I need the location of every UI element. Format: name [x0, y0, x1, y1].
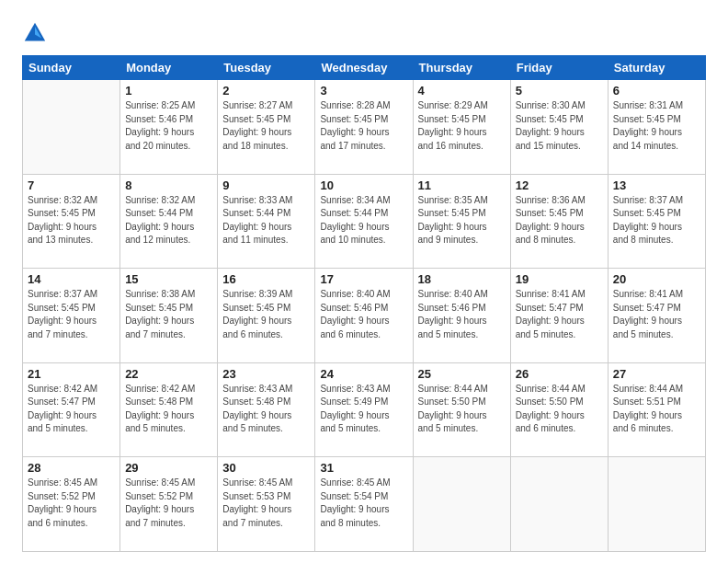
calendar-cell: 4Sunrise: 8:29 AMSunset: 5:45 PMDaylight…: [413, 80, 510, 175]
day-info: Sunrise: 8:27 AMSunset: 5:45 PMDaylight:…: [222, 99, 310, 153]
day-info: Sunrise: 8:44 AMSunset: 5:50 PMDaylight:…: [516, 383, 603, 436]
day-info: Sunrise: 8:32 AMSunset: 5:44 PMDaylight:…: [125, 194, 212, 247]
header: [22, 17, 706, 46]
calendar-cell: 28Sunrise: 8:45 AMSunset: 5:52 PMDayligh…: [23, 457, 120, 552]
weekday-header-sunday: Sunday: [23, 56, 120, 80]
day-number: 18: [418, 272, 506, 286]
day-number: 28: [28, 461, 115, 475]
calendar-cell: 21Sunrise: 8:42 AMSunset: 5:47 PMDayligh…: [23, 362, 120, 457]
calendar-cell: 24Sunrise: 8:43 AMSunset: 5:49 PMDayligh…: [315, 362, 413, 457]
day-number: 23: [222, 367, 310, 381]
day-info: Sunrise: 8:34 AMSunset: 5:44 PMDaylight:…: [320, 194, 407, 247]
calendar-cell: 20Sunrise: 8:41 AMSunset: 5:47 PMDayligh…: [608, 269, 705, 363]
calendar-week-2: 7Sunrise: 8:32 AMSunset: 5:45 PMDaylight…: [23, 174, 706, 269]
weekday-header-friday: Friday: [510, 56, 608, 80]
day-info: Sunrise: 8:41 AMSunset: 5:47 PMDaylight:…: [613, 288, 700, 341]
calendar-cell: 19Sunrise: 8:41 AMSunset: 5:47 PMDayligh…: [510, 269, 608, 363]
calendar-cell: 7Sunrise: 8:32 AMSunset: 5:45 PMDaylight…: [23, 174, 120, 269]
day-info: Sunrise: 8:25 AMSunset: 5:46 PMDaylight:…: [125, 99, 212, 153]
calendar-cell: 17Sunrise: 8:40 AMSunset: 5:46 PMDayligh…: [315, 269, 413, 363]
weekday-header-thursday: Thursday: [413, 56, 510, 80]
calendar-cell: 10Sunrise: 8:34 AMSunset: 5:44 PMDayligh…: [315, 174, 413, 269]
calendar-week-1: 1Sunrise: 8:25 AMSunset: 5:46 PMDaylight…: [23, 80, 706, 175]
calendar-header: SundayMondayTuesdayWednesdayThursdayFrid…: [23, 56, 706, 80]
calendar-cell: 9Sunrise: 8:33 AMSunset: 5:44 PMDaylight…: [218, 174, 315, 269]
calendar-week-4: 21Sunrise: 8:42 AMSunset: 5:47 PMDayligh…: [23, 362, 706, 457]
calendar-cell: 16Sunrise: 8:39 AMSunset: 5:45 PMDayligh…: [218, 269, 315, 363]
calendar-week-5: 28Sunrise: 8:45 AMSunset: 5:52 PMDayligh…: [23, 457, 706, 552]
calendar-cell: 5Sunrise: 8:30 AMSunset: 5:45 PMDaylight…: [510, 80, 608, 175]
weekday-header-wednesday: Wednesday: [315, 56, 413, 80]
day-info: Sunrise: 8:44 AMSunset: 5:50 PMDaylight:…: [418, 383, 506, 436]
day-number: 8: [125, 178, 212, 192]
calendar-cell: 23Sunrise: 8:43 AMSunset: 5:48 PMDayligh…: [218, 362, 315, 457]
day-number: 26: [516, 367, 603, 381]
weekday-row: SundayMondayTuesdayWednesdayThursdayFrid…: [23, 56, 706, 80]
day-info: Sunrise: 8:40 AMSunset: 5:46 PMDaylight:…: [418, 288, 506, 341]
day-info: Sunrise: 8:33 AMSunset: 5:44 PMDaylight:…: [222, 194, 310, 247]
day-info: Sunrise: 8:42 AMSunset: 5:48 PMDaylight:…: [125, 383, 212, 436]
day-info: Sunrise: 8:30 AMSunset: 5:45 PMDaylight:…: [516, 99, 603, 153]
calendar-cell: 30Sunrise: 8:45 AMSunset: 5:53 PMDayligh…: [218, 457, 315, 552]
day-number: 30: [222, 461, 310, 475]
day-info: Sunrise: 8:35 AMSunset: 5:45 PMDaylight:…: [418, 194, 506, 247]
day-info: Sunrise: 8:32 AMSunset: 5:45 PMDaylight:…: [28, 194, 115, 247]
day-number: 25: [418, 367, 506, 381]
day-info: Sunrise: 8:39 AMSunset: 5:45 PMDaylight:…: [222, 288, 310, 341]
calendar-cell: 13Sunrise: 8:37 AMSunset: 5:45 PMDayligh…: [608, 174, 705, 269]
day-info: Sunrise: 8:37 AMSunset: 5:45 PMDaylight:…: [28, 288, 115, 341]
day-number: 6: [613, 84, 700, 98]
weekday-header-saturday: Saturday: [608, 56, 705, 80]
day-info: Sunrise: 8:41 AMSunset: 5:47 PMDaylight:…: [516, 288, 603, 341]
calendar-body: 1Sunrise: 8:25 AMSunset: 5:46 PMDaylight…: [23, 80, 706, 552]
calendar-cell: 29Sunrise: 8:45 AMSunset: 5:52 PMDayligh…: [120, 457, 218, 552]
day-info: Sunrise: 8:44 AMSunset: 5:51 PMDaylight:…: [613, 383, 700, 436]
day-number: 17: [320, 272, 407, 286]
calendar-week-3: 14Sunrise: 8:37 AMSunset: 5:45 PMDayligh…: [23, 269, 706, 363]
calendar-cell: 18Sunrise: 8:40 AMSunset: 5:46 PMDayligh…: [413, 269, 510, 363]
day-number: 19: [516, 272, 603, 286]
day-number: 11: [418, 178, 506, 192]
day-number: 3: [320, 84, 407, 98]
calendar-cell: [413, 457, 510, 552]
day-number: 13: [613, 178, 700, 192]
day-number: 21: [28, 367, 115, 381]
day-info: Sunrise: 8:42 AMSunset: 5:47 PMDaylight:…: [28, 383, 115, 436]
day-info: Sunrise: 8:45 AMSunset: 5:54 PMDaylight:…: [320, 477, 407, 530]
day-info: Sunrise: 8:28 AMSunset: 5:45 PMDaylight:…: [320, 99, 407, 153]
day-number: 14: [28, 272, 115, 286]
day-info: Sunrise: 8:29 AMSunset: 5:45 PMDaylight:…: [418, 99, 506, 153]
day-info: Sunrise: 8:37 AMSunset: 5:45 PMDaylight:…: [613, 194, 700, 247]
logo: [22, 20, 51, 46]
day-number: 10: [320, 178, 407, 192]
calendar-cell: 8Sunrise: 8:32 AMSunset: 5:44 PMDaylight…: [120, 174, 218, 269]
day-number: 4: [418, 84, 506, 98]
day-info: Sunrise: 8:45 AMSunset: 5:52 PMDaylight:…: [28, 477, 115, 530]
day-number: 31: [320, 461, 407, 475]
day-number: 7: [28, 178, 115, 192]
day-info: Sunrise: 8:31 AMSunset: 5:45 PMDaylight:…: [613, 99, 700, 153]
calendar-cell: [510, 457, 608, 552]
weekday-header-monday: Monday: [120, 56, 218, 80]
day-info: Sunrise: 8:45 AMSunset: 5:52 PMDaylight:…: [125, 477, 212, 530]
calendar-table: SundayMondayTuesdayWednesdayThursdayFrid…: [22, 55, 706, 552]
weekday-header-tuesday: Tuesday: [218, 56, 315, 80]
day-number: 27: [613, 367, 700, 381]
calendar-cell: 22Sunrise: 8:42 AMSunset: 5:48 PMDayligh…: [120, 362, 218, 457]
calendar-cell: 2Sunrise: 8:27 AMSunset: 5:45 PMDaylight…: [218, 80, 315, 175]
day-number: 9: [222, 178, 310, 192]
day-number: 20: [613, 272, 700, 286]
calendar-cell: 3Sunrise: 8:28 AMSunset: 5:45 PMDaylight…: [315, 80, 413, 175]
day-info: Sunrise: 8:38 AMSunset: 5:45 PMDaylight:…: [125, 288, 212, 341]
calendar-cell: [608, 457, 705, 552]
page: SundayMondayTuesdayWednesdayThursdayFrid…: [0, 0, 728, 563]
day-number: 1: [125, 84, 212, 98]
calendar-cell: 11Sunrise: 8:35 AMSunset: 5:45 PMDayligh…: [413, 174, 510, 269]
day-info: Sunrise: 8:40 AMSunset: 5:46 PMDaylight:…: [320, 288, 407, 341]
day-number: 29: [125, 461, 212, 475]
day-number: 22: [125, 367, 212, 381]
calendar-cell: 1Sunrise: 8:25 AMSunset: 5:46 PMDaylight…: [120, 80, 218, 175]
day-info: Sunrise: 8:45 AMSunset: 5:53 PMDaylight:…: [222, 477, 310, 530]
calendar-cell: 12Sunrise: 8:36 AMSunset: 5:45 PMDayligh…: [510, 174, 608, 269]
calendar-cell: 14Sunrise: 8:37 AMSunset: 5:45 PMDayligh…: [23, 269, 120, 363]
